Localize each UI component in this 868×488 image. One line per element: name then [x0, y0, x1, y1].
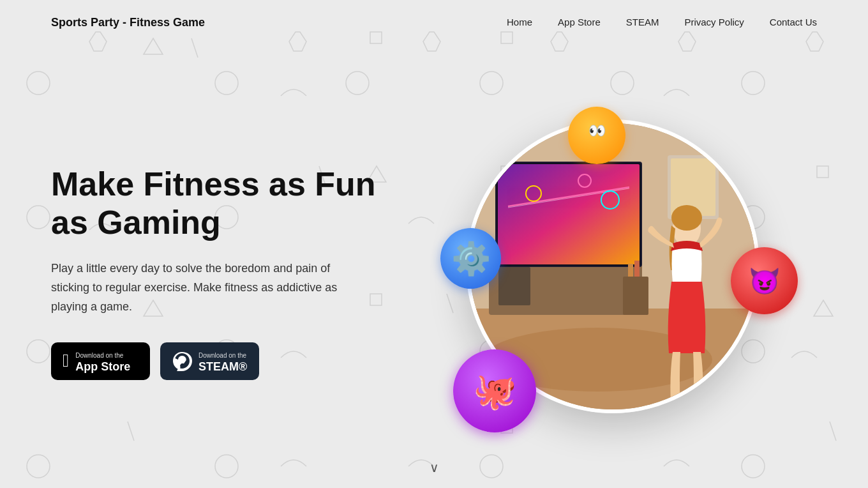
svg-point-65	[689, 408, 707, 413]
monster-blue	[440, 228, 501, 289]
download-appstore-button[interactable]:  Download on the App Store	[51, 342, 150, 381]
svg-point-64	[667, 408, 685, 413]
download-steam-button[interactable]: Download on the STEAM®	[160, 342, 259, 381]
apple-icon: 	[63, 352, 69, 370]
hero-buttons:  Download on the App Store Download on …	[51, 342, 408, 381]
nav-item-home[interactable]: Home	[507, 17, 532, 28]
hero-circle-container	[466, 119, 760, 413]
nav-link-contact[interactable]: Contact Us	[770, 17, 817, 27]
nav-item-appstore[interactable]: App Store	[558, 17, 601, 28]
hero-text-block: Make Fitness as Fun as Gaming Play a lit…	[51, 153, 408, 380]
svg-rect-59	[634, 261, 640, 277]
steam-btn-small-text: Download on the	[198, 352, 246, 359]
navbar: Sports Party - Fitness Game Home App Sto…	[0, 0, 868, 45]
nav-item-steam[interactable]: STEAM	[626, 17, 659, 28]
hero-section: Make Fitness as Fun as Gaming Play a lit…	[0, 45, 868, 488]
hero-image-area	[408, 45, 817, 488]
svg-rect-58	[628, 264, 633, 277]
svg-point-63	[671, 205, 702, 231]
nav-link-privacy[interactable]: Privacy Policy	[684, 17, 744, 27]
monster-red	[731, 247, 798, 314]
nav-link-appstore[interactable]: App Store	[558, 17, 601, 27]
svg-rect-57	[623, 277, 648, 315]
appstore-btn-large-text: App Store	[75, 360, 130, 373]
steam-icon	[172, 351, 192, 371]
hero-description: Play a little every day to solve the bor…	[51, 259, 357, 316]
monster-purple	[453, 349, 536, 432]
nav-logo[interactable]: Sports Party - Fitness Game	[51, 16, 205, 29]
nav-links: Home App Store STEAM Privacy Policy Cont…	[507, 17, 817, 28]
scroll-down-indicator[interactable]: ∨	[430, 460, 439, 475]
steam-btn-large-text: STEAM®	[198, 360, 247, 373]
appstore-btn-text: Download on the App Store	[75, 349, 130, 374]
nav-link-home[interactable]: Home	[507, 17, 532, 27]
nav-item-contact[interactable]: Contact Us	[770, 17, 817, 28]
monster-orange	[568, 107, 625, 164]
steam-btn-text: Download on the STEAM®	[198, 349, 247, 374]
nav-link-steam[interactable]: STEAM	[626, 17, 659, 27]
appstore-btn-small-text: Download on the	[75, 352, 123, 359]
hero-title: Make Fitness as Fun as Gaming	[51, 165, 408, 242]
nav-item-privacy[interactable]: Privacy Policy	[684, 17, 744, 28]
svg-rect-50	[498, 164, 640, 264]
svg-rect-56	[498, 267, 530, 305]
